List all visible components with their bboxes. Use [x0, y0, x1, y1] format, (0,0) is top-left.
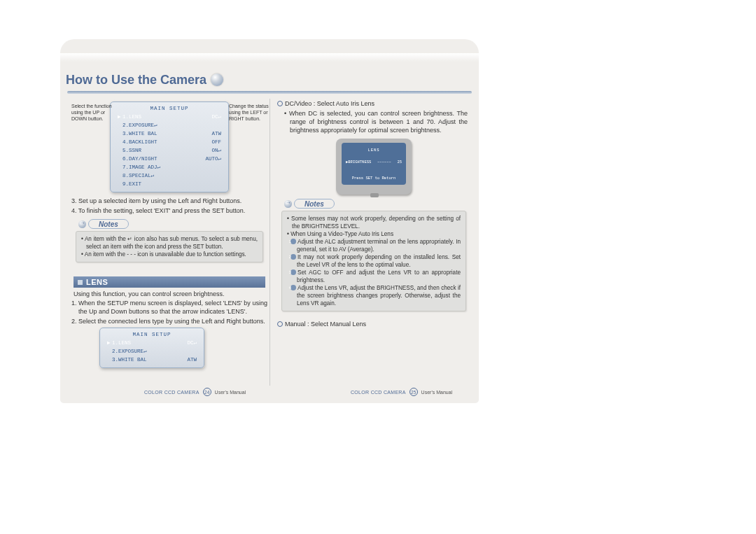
- osd-row: 9.EXIT: [116, 180, 223, 188]
- note-1: • An item with the ↵ icon also has sub m…: [86, 235, 258, 251]
- notes-label-right: Notes: [294, 199, 335, 209]
- osd-small-menu: MAIN SETUP▶1.LENSDC↵2.EXPOSURE↵3.WHITE B…: [99, 328, 204, 368]
- rnote-2a-text: Adjust the ALC adjustment terminal on th…: [297, 239, 461, 253]
- ring-icon: [277, 321, 283, 327]
- osd-row: 7.IMAGE ADJ↵: [116, 163, 223, 171]
- column-divider: [270, 99, 270, 386]
- lens-intro: Using this function, you can control scr…: [74, 290, 265, 297]
- num-icon: 4: [290, 285, 296, 290]
- osd-row: 4.BACKLIGHTOFF: [116, 138, 223, 146]
- crt-brightness-row: ▶BRIGHTNESS –––––– 25: [346, 159, 402, 165]
- osd-item-value: AUTO↵: [205, 155, 221, 163]
- dc-video-heading: DC/Video : Select Auto Iris Lens: [284, 99, 468, 108]
- osd-row: 3.WHITE BALATW: [116, 129, 223, 138]
- osd-row: 3.WHITE BALATW: [106, 356, 198, 364]
- manual-heading: Manual : Select Manual Lens: [284, 320, 468, 328]
- crt-row-gauge: ––––––: [377, 159, 391, 165]
- osd-item-label: 5.SSNR: [118, 146, 141, 155]
- page-number-left: 24: [203, 388, 211, 396]
- osd-row: 6.DAY/NIGHTAUTO↵: [116, 155, 223, 163]
- osd-row: ▶1.LENSDC↵: [106, 339, 198, 347]
- num-icon: 2: [290, 254, 296, 260]
- osd-row: 5.SSNRON↵: [116, 146, 223, 155]
- footer-suffix: User's Manual: [421, 390, 453, 395]
- footer-model: COLOR CCD CAMERA: [144, 390, 200, 395]
- arrow-icon: [78, 220, 86, 228]
- title-ornament-icon: [211, 73, 223, 86]
- crt-monitor-icon: LENS ▶BRIGHTNESS –––––– 25 Press SET to …: [336, 139, 412, 195]
- left-column: Select the function using the UP or DOWN…: [71, 99, 267, 372]
- right-column: DC/Video : Select Auto Iris Lens • When …: [277, 99, 470, 328]
- section-lens-heading: LENS: [74, 276, 265, 288]
- footer-left: COLOR CCD CAMERA 24 User's Manual: [144, 388, 246, 396]
- ring-icon: [277, 101, 283, 106]
- osd-item-label: 2.EXPOSURE↵: [107, 347, 147, 356]
- osd-item-label: 8.SPECIAL↵: [118, 171, 154, 180]
- lens-step-2: 2. Select the connected lens type by usi…: [78, 317, 267, 325]
- arrow-icon: [284, 200, 292, 208]
- rnote-2c-text: Set AGC to OFF and adjust the Lens VR to…: [297, 269, 461, 283]
- rnote-2: • When Using a Video-Type Auto Iris Lens: [292, 230, 461, 238]
- rnote-2d-text: Adjust the Lens VR, adjust the BRIGHTNES…: [297, 285, 461, 307]
- rnote-2b: 2It may not work properly depending on t…: [297, 253, 461, 269]
- osd-row: ▶1.LENSDC↵: [116, 113, 223, 121]
- osd-item-value: ATW: [187, 356, 197, 364]
- osd-row: 2.EXPOSURE↵: [106, 347, 198, 356]
- rnote-2a: 1Adjust the ALC adjustment terminal on t…: [297, 238, 461, 253]
- osd-title: MAIN SETUP: [106, 332, 198, 337]
- step-3: 3. Set up a selected item by using the L…: [78, 197, 267, 205]
- num-icon: 3: [290, 269, 296, 275]
- note-2: • An item with the - - - icon is unavail…: [86, 251, 258, 258]
- footer-suffix: User's Manual: [215, 390, 246, 395]
- osd-item-label: 3.WHITE BAL: [107, 356, 147, 364]
- crt-row-label: ▶BRIGHTNESS: [346, 159, 371, 165]
- title-underline: [67, 91, 472, 94]
- osd-row: 2.EXPOSURE↵: [116, 121, 223, 129]
- page-number-right: 25: [410, 388, 418, 396]
- osd-item-label: 6.DAY/NIGHT: [118, 155, 158, 163]
- osd-item-label: ▶1.LENS: [107, 339, 131, 347]
- manual-heading-text: Manual : Select Manual Lens: [285, 321, 366, 328]
- notes-label: Notes: [88, 219, 129, 229]
- lens-step-1: 1. When the SETUP menu screen is display…: [78, 299, 267, 316]
- osd-item-value: OFF: [211, 138, 221, 146]
- osd-item-label: 2.EXPOSURE↵: [118, 121, 158, 129]
- num-icon: 1: [290, 239, 296, 244]
- osd-title: MAIN SETUP: [116, 106, 223, 111]
- osd-item-value: ATW: [211, 129, 221, 138]
- notes-heading-right: Notes: [284, 199, 470, 209]
- osd-item-label: 3.WHITE BAL: [118, 129, 158, 138]
- crt-title: LENS: [346, 147, 402, 153]
- osd-item-value: DC↵: [187, 339, 197, 347]
- osd-row: 8.SPECIAL↵: [116, 171, 223, 180]
- rnote-2c: 3Set AGC to OFF and adjust the Lens VR t…: [297, 269, 461, 284]
- rnote-2b-text: It may not work properly depending on th…: [297, 254, 461, 268]
- osd-main-menu: MAIN SETUP▶1.LENSDC↵2.EXPOSURE↵3.WHITE B…: [110, 101, 229, 192]
- notes-panel-left: • An item with the ↵ icon also has sub m…: [76, 231, 263, 262]
- osd-item-label: 4.BACKLIGHT: [118, 138, 158, 146]
- rnote-1: • Some lenses may not work properly, dep…: [292, 215, 461, 230]
- footer-right: COLOR CCD CAMERA 25 User's Manual: [351, 388, 452, 396]
- osd-item-label: ▶1.LENS: [118, 113, 141, 121]
- crt-base: [370, 193, 379, 197]
- osd-item-value: DC↵: [211, 113, 221, 121]
- dc-body: • When DC is selected, you can control s…: [290, 109, 468, 134]
- osd-item-value: ON↵: [211, 146, 221, 155]
- crt-row-value: 25: [397, 159, 402, 165]
- footer-model: COLOR CCD CAMERA: [351, 390, 406, 395]
- notes-heading: Notes: [78, 219, 267, 229]
- side-note-left: Select the function using the UP or DOWN…: [71, 103, 113, 122]
- step-4: 4. To finish the setting, select 'EXIT' …: [78, 206, 267, 215]
- manual-page: How to Use the Camera Select the functio…: [60, 39, 479, 403]
- crt-screen: LENS ▶BRIGHTNESS –––––– 25 Press SET to …: [342, 143, 406, 185]
- dc-video-heading-text: DC/Video : Select Auto Iris Lens: [285, 100, 374, 107]
- crt-return: Press SET to Return: [346, 175, 402, 181]
- rnote-2d: 4Adjust the Lens VR, adjust the BRIGHTNE…: [297, 284, 461, 307]
- osd-item-label: 9.EXIT: [118, 180, 141, 188]
- osd-item-label: 7.IMAGE ADJ↵: [118, 163, 160, 171]
- page-title-bar: How to Use the Camera: [66, 71, 223, 88]
- osd-main-wrap: Select the function using the UP or DOWN…: [71, 101, 267, 192]
- side-note-right: Change the status using the LEFT or RIGH…: [229, 103, 271, 122]
- page-title: How to Use the Camera: [66, 73, 206, 87]
- notes-panel-right: • Some lenses may not work properly, dep…: [281, 211, 466, 311]
